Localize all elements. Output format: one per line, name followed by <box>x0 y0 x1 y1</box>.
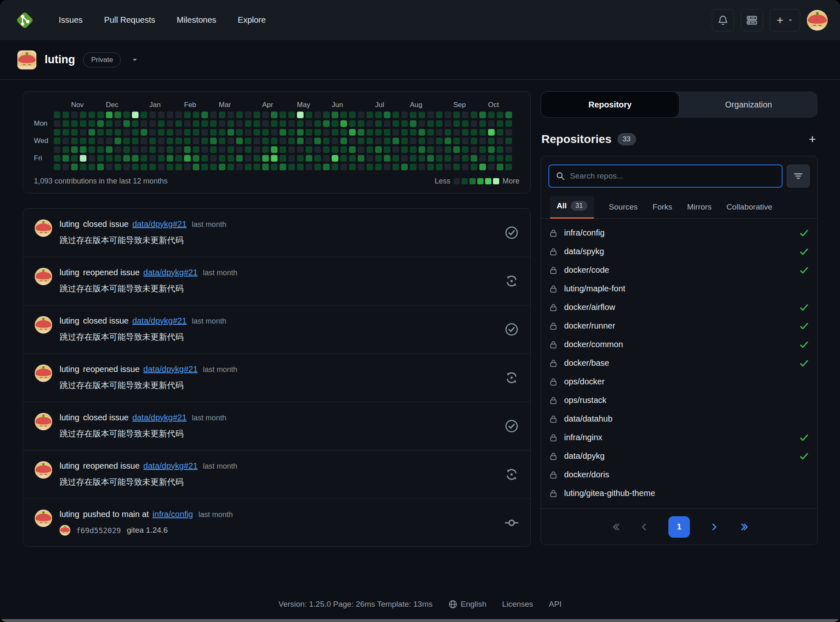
feed-target-link[interactable]: infra/config <box>153 510 193 519</box>
heatmap-cell <box>366 129 373 136</box>
heatmap-cell <box>419 146 425 153</box>
filter-tab-label: Sources <box>609 203 638 212</box>
heatmap-cell <box>219 164 225 170</box>
repo-name: data/spykg <box>564 247 604 256</box>
repo-name: luting/gitea-github-theme <box>564 489 655 498</box>
repo-name: docker/code <box>564 265 609 275</box>
heatmap-cell <box>175 138 182 144</box>
feed-actor[interactable]: luting <box>60 365 79 374</box>
first-page-button[interactable] <box>610 522 620 532</box>
feed-actor[interactable]: luting <box>60 461 79 471</box>
repo-row[interactable]: docker/doris <box>549 465 809 484</box>
repo-row[interactable]: docker/code <box>549 261 809 279</box>
feed-target-link[interactable]: data/dpykg#21 <box>132 413 187 422</box>
server-panel-button[interactable] <box>741 9 763 31</box>
repo-row[interactable]: infra/nginx <box>549 428 809 447</box>
repo-row[interactable]: ops/rustack <box>549 391 809 410</box>
repo-filter-tab-forks[interactable]: Forks <box>653 198 672 218</box>
feed-actor[interactable]: luting <box>60 268 79 277</box>
heatmap-cell <box>297 138 304 144</box>
heatmap-cell <box>175 112 182 118</box>
repo-row[interactable]: data/dpykg <box>549 447 809 465</box>
next-page-button[interactable] <box>709 522 719 532</box>
user-avatar[interactable] <box>807 10 828 31</box>
feed-target-link[interactable]: data/dpykg#21 <box>144 365 198 374</box>
repo-filter-tab-sources[interactable]: Sources <box>609 198 638 218</box>
feed-target-link[interactable]: data/dpykg#21 <box>144 268 198 277</box>
nav-link-milestones[interactable]: Milestones <box>177 15 216 25</box>
chevron-down-icon <box>787 17 793 23</box>
repo-row[interactable]: docker/common <box>549 335 809 354</box>
repo-row[interactable]: luting/maple-font <box>549 279 809 298</box>
heatmap-cell <box>54 155 60 162</box>
repo-row[interactable]: data/spykg <box>549 242 809 261</box>
feed-target-link[interactable]: data/dpykg#21 <box>132 219 187 229</box>
heatmap-cell <box>410 164 416 170</box>
heatmap-cell <box>149 138 156 144</box>
repo-search-input[interactable] <box>570 172 775 181</box>
heatmap-cell <box>210 164 217 170</box>
heatmap-cell <box>427 129 434 136</box>
heatmap-cell <box>401 146 408 153</box>
heatmap-cell <box>219 120 225 127</box>
footer-link-licenses[interactable]: Licenses <box>502 600 533 609</box>
heatmap-cell <box>97 112 104 118</box>
nav-link-explore[interactable]: Explore <box>238 15 266 25</box>
repo-row[interactable]: docker/base <box>549 354 809 372</box>
heatmap-cell <box>97 120 104 127</box>
prev-page-button[interactable] <box>639 522 649 532</box>
notifications-button[interactable] <box>712 9 734 31</box>
heatmap-cell <box>280 112 286 118</box>
current-page-button[interactable]: 1 <box>668 516 690 538</box>
heatmap-cell <box>132 120 139 127</box>
lock-icon <box>549 341 558 349</box>
tab-organization[interactable]: Organization <box>680 91 818 118</box>
feed-timestamp: last month <box>192 317 226 326</box>
repo-row[interactable]: infra/config <box>549 224 809 242</box>
repo-filter-button[interactable] <box>787 164 810 188</box>
gitea-logo-icon[interactable] <box>14 10 36 31</box>
lock-icon <box>549 434 558 442</box>
tab-repository[interactable]: Repository <box>541 91 680 118</box>
feed-action: closed issue <box>83 219 129 229</box>
heatmap-cell <box>479 138 486 144</box>
feed-actor[interactable]: luting <box>60 316 79 326</box>
create-new-button[interactable]: + <box>770 9 800 31</box>
heatmap-cell <box>71 138 78 144</box>
repo-filter-tab-collaborative[interactable]: Collaborative <box>726 198 772 218</box>
feed-actor[interactable]: luting <box>60 219 79 229</box>
heatmap-cell <box>193 138 199 144</box>
footer-link-english[interactable]: English <box>448 600 486 609</box>
repo-row[interactable]: docker/airflow <box>549 298 809 317</box>
repo-row[interactable]: luting/gitea-github-theme <box>549 484 809 503</box>
feed-actor[interactable]: luting <box>60 413 79 422</box>
feed-issue-title: 跳过存在版本可能导致未更新代码 <box>60 331 497 343</box>
heatmap-cell <box>227 120 234 127</box>
feed-target-link[interactable]: data/dpykg#21 <box>132 316 187 326</box>
repo-filter-tab-mirrors[interactable]: Mirrors <box>687 198 711 218</box>
chevron-down-icon[interactable] <box>132 57 138 63</box>
heatmap-cell <box>419 112 425 118</box>
nav-link-pull-requests[interactable]: Pull Requests <box>104 15 155 25</box>
feed-target-link[interactable]: data/dpykg#21 <box>144 461 198 471</box>
heatmap-cell <box>271 146 278 153</box>
feed-actor[interactable]: luting <box>60 510 79 519</box>
new-repository-button[interactable]: + <box>809 133 816 145</box>
repo-row[interactable]: data/datahub <box>549 410 809 428</box>
repo-filter-tab-all[interactable]: All31 <box>550 196 594 219</box>
nav-link-issues[interactable]: Issues <box>59 15 83 25</box>
footer-link-label: English <box>461 600 486 609</box>
repo-row[interactable]: docker/runner <box>549 317 809 335</box>
heatmap-cell <box>349 120 356 127</box>
footer-link-api[interactable]: API <box>549 600 562 609</box>
lock-icon <box>549 248 558 256</box>
heatmap-cell <box>505 164 512 170</box>
heatmap-cell <box>488 138 495 144</box>
repo-row[interactable]: ops/docker <box>549 372 809 391</box>
feed-issue-title: 跳过存在版本可能导致未更新代码 <box>60 428 497 439</box>
heatmap-cell <box>401 129 408 136</box>
last-page-button[interactable] <box>738 522 748 532</box>
commit-hash-link[interactable]: f69d552029 <box>76 526 121 535</box>
heatmap-cell <box>427 138 434 144</box>
feed-timestamp: last month <box>199 510 233 519</box>
